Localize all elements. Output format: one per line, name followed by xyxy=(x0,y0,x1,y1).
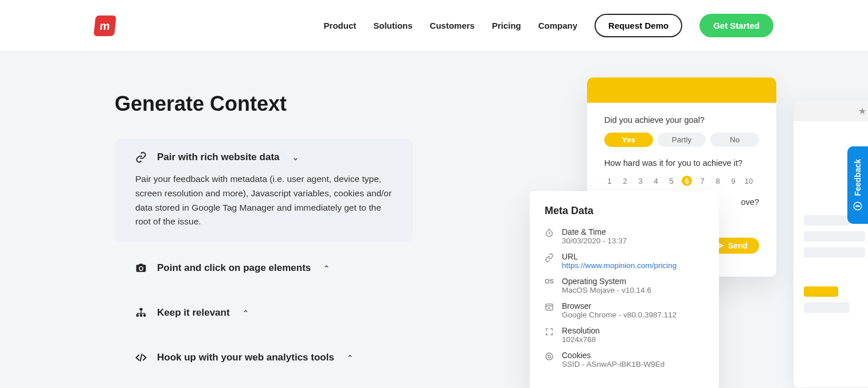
request-demo-button[interactable]: Request Demo xyxy=(595,14,682,37)
nav-pricing[interactable]: Pricing xyxy=(492,21,521,30)
meta-row-browser: Browser Google Chrome - v80.0.3987.112 xyxy=(545,301,704,319)
survey-scale: 1 2 3 4 5 6 7 8 9 10 xyxy=(604,176,759,186)
accordion-header[interactable]: Keep it relevant ⌃ xyxy=(135,307,392,319)
chevron-down-icon: ⌄ xyxy=(292,153,299,162)
accordion-title: Point and click on page elements xyxy=(157,262,311,274)
nav-company[interactable]: Company xyxy=(538,21,577,30)
nav-customers[interactable]: Customers xyxy=(430,21,475,30)
opt-no[interactable]: No xyxy=(710,133,759,147)
link-icon xyxy=(545,253,555,264)
expand-icon xyxy=(545,327,555,338)
svg-rect-3 xyxy=(143,315,146,317)
accordion-header[interactable]: Pair with rich website data ⌄ xyxy=(135,152,392,163)
accordion-title: Hook up with your web analytics tools xyxy=(157,352,334,363)
scale-7[interactable]: 7 xyxy=(697,176,707,186)
meta-value[interactable]: https://www.mopinion.com/pricing xyxy=(562,261,677,270)
metadata-card: Meta Data Date & Time 30/03/2020 - 13:37… xyxy=(530,191,719,388)
svg-point-12 xyxy=(856,205,857,207)
main: Generate Context Pair with rich website … xyxy=(0,52,868,388)
scale-2[interactable]: 2 xyxy=(620,176,630,186)
content-left: Generate Context Pair with rich website … xyxy=(115,92,413,384)
meta-label: Date & Time xyxy=(562,227,627,236)
skeleton-line xyxy=(804,286,838,297)
cookie-icon xyxy=(545,352,555,363)
opt-yes[interactable]: Yes xyxy=(604,133,653,147)
meta-value: Google Chrome - v80.0.3987.112 xyxy=(562,311,677,319)
accordion-analytics[interactable]: Hook up with your web analytics tools ⌃ xyxy=(115,339,413,376)
page-headline: Generate Context xyxy=(115,92,413,116)
nav-product[interactable]: Product xyxy=(324,21,357,30)
skeleton-line xyxy=(804,231,865,242)
logo[interactable]: m xyxy=(93,15,116,36)
svg-rect-0 xyxy=(140,308,143,311)
meta-row-os: OS Operating System MacOS Mojave - v10.1… xyxy=(545,277,704,294)
link-icon xyxy=(135,152,147,163)
meta-label: Browser xyxy=(562,301,677,311)
header: m Product Solutions Customers Pricing Co… xyxy=(0,0,868,52)
browser-icon xyxy=(545,302,555,313)
skeleton-line xyxy=(804,302,850,313)
metadata-title: Meta Data xyxy=(545,205,704,217)
meta-row-url: URL https://www.mopinion.com/pricing xyxy=(545,252,704,270)
meta-value: 30/03/2020 - 13:37 xyxy=(562,236,627,245)
chevron-up-icon: ⌃ xyxy=(243,309,249,317)
accordion-body: Pair your feedback with metadata (i.e. u… xyxy=(135,172,392,229)
chat-icon xyxy=(853,201,863,211)
meta-value: 1024x768 xyxy=(562,335,600,344)
meta-row-datetime: Date & Time 30/03/2020 - 13:37 xyxy=(545,227,704,245)
scale-8[interactable]: 8 xyxy=(713,176,723,186)
svg-point-13 xyxy=(857,205,858,207)
nav: Product Solutions Customers Pricing Comp… xyxy=(324,14,773,37)
scale-9[interactable]: 9 xyxy=(728,176,738,186)
survey-q2: How hard was it for you to achieve it? xyxy=(604,158,759,168)
nav-solutions[interactable]: Solutions xyxy=(373,21,412,30)
camera-icon xyxy=(135,262,147,274)
meta-label: URL xyxy=(562,252,677,261)
survey-topbar xyxy=(587,77,776,103)
svg-point-9 xyxy=(548,357,549,358)
star-icon: ★ xyxy=(858,106,866,117)
browser-chrome: ★ ••• xyxy=(793,100,868,121)
survey-options: Yes Partly No xyxy=(604,133,759,147)
accordion-header[interactable]: Point and click on page elements ⌃ xyxy=(135,262,392,274)
background-browser: ★ ••• xyxy=(793,100,868,387)
survey-q1: Did you achieve your goal? xyxy=(604,115,759,125)
meta-row-resolution: Resolution 1024x768 xyxy=(545,326,704,344)
illustration: ★ ••• Did you achieve your goal? Yes Par… xyxy=(587,77,851,388)
skeleton-line xyxy=(804,247,865,258)
sitemap-icon xyxy=(135,307,147,319)
scale-6[interactable]: 6 xyxy=(682,176,692,186)
scale-5[interactable]: 5 xyxy=(666,176,677,186)
accordion-point-click[interactable]: Point and click on page elements ⌃ xyxy=(115,250,413,286)
chevron-up-icon: ⌃ xyxy=(347,354,353,362)
chevron-up-icon: ⌃ xyxy=(323,264,330,273)
code-icon xyxy=(135,352,147,363)
svg-point-14 xyxy=(859,205,860,207)
feedback-tab[interactable]: Feedback xyxy=(847,146,868,224)
meta-value: SSID - ASnwAP-iBK1B-W9Ed xyxy=(562,360,664,368)
meta-value: MacOS Mojave - v10.14.6 xyxy=(562,286,651,294)
accordion-relevant[interactable]: Keep it relevant ⌃ xyxy=(115,294,413,331)
skeleton-line xyxy=(804,215,850,226)
os-icon: OS xyxy=(545,278,555,285)
meta-label: Resolution xyxy=(562,326,600,335)
accordion-title: Keep it relevant xyxy=(157,307,230,319)
scale-1[interactable]: 1 xyxy=(604,176,615,186)
svg-point-6 xyxy=(546,353,553,360)
scale-4[interactable]: 4 xyxy=(651,176,661,186)
accordion-title: Pair with rich website data xyxy=(157,152,280,163)
svg-point-8 xyxy=(550,355,550,355)
accordion-header[interactable]: Hook up with your web analytics tools ⌃ xyxy=(135,352,392,363)
scale-10[interactable]: 10 xyxy=(744,176,754,186)
clock-icon xyxy=(545,228,555,239)
svg-rect-1 xyxy=(136,315,139,317)
meta-row-cookies: Cookies SSID - ASnwAP-iBK1B-W9Ed xyxy=(545,351,704,368)
scale-3[interactable]: 3 xyxy=(635,176,646,186)
send-label: Send xyxy=(728,241,748,250)
meta-label: Cookies xyxy=(562,351,664,360)
meta-label: Operating System xyxy=(562,277,651,286)
accordion-pair-data[interactable]: Pair with rich website data ⌄ Pair your … xyxy=(115,139,413,242)
get-started-button[interactable]: Get Started xyxy=(699,14,773,37)
opt-partly[interactable]: Partly xyxy=(658,133,706,147)
svg-rect-2 xyxy=(140,315,142,317)
